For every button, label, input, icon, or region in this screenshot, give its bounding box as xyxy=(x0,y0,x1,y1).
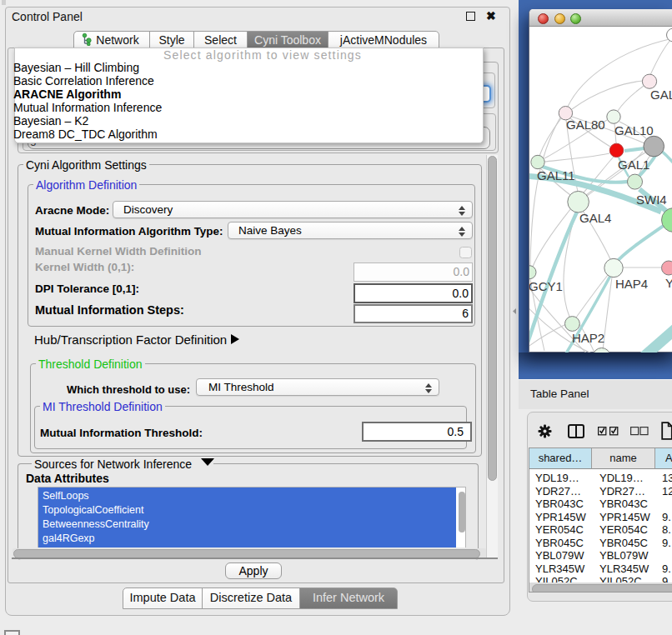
svg-text:SWI4: SWI4 xyxy=(636,192,667,207)
svg-text:GAL1: GAL1 xyxy=(618,158,649,172)
svg-text:GCY1: GCY1 xyxy=(529,279,563,293)
svg-text:YJ: YJ xyxy=(665,276,672,290)
svg-text:HAP2: HAP2 xyxy=(572,331,604,345)
svg-text:GAL80: GAL80 xyxy=(566,118,605,132)
svg-text:HAP4: HAP4 xyxy=(615,277,648,291)
svg-text:GAL11: GAL11 xyxy=(537,168,575,182)
svg-text:GAL10: GAL10 xyxy=(614,123,654,138)
svg-text:GAL4: GAL4 xyxy=(579,211,611,225)
svg-text:GAL2: GAL2 xyxy=(650,88,672,102)
